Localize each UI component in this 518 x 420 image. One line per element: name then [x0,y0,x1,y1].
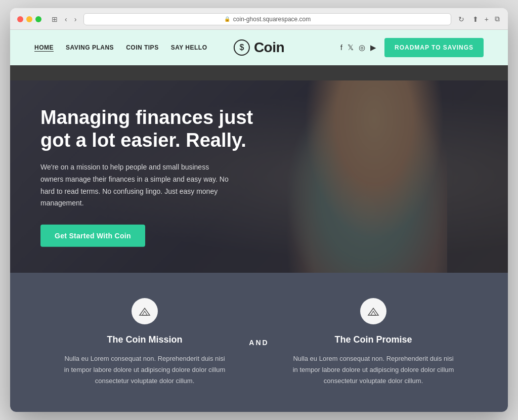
logo-icon-symbol: $ [239,43,244,52]
refresh-button[interactable]: ↻ [456,14,466,24]
header-right: f 𝕏 ◎ ▶ ROADMAP TO SAVINGS [340,38,484,57]
promise-title: The Coin Promise [292,334,454,345]
back-button[interactable]: ‹ [63,14,69,24]
mountain-icon-2 [366,304,380,318]
site-content: HOME SAVING PLANS COIN TIPS SAY HELLO $ … [10,30,508,412]
minimize-button[interactable] [26,16,32,22]
forward-button[interactable]: › [72,14,79,24]
facebook-icon[interactable]: f [340,43,342,52]
promise-icon-wrapper [360,298,386,324]
nav-say-hello[interactable]: SAY HELLO [171,44,207,51]
logo-icon: $ [234,39,250,56]
hero-title: Managing finances just got a lot easier.… [40,106,283,152]
hero-section: Managing finances just got a lot easier.… [10,80,508,273]
social-icons: f 𝕏 ◎ ▶ [340,43,376,52]
and-divider: AND [249,339,269,347]
mission-title: The Coin Mission [64,334,226,345]
new-tab-button[interactable]: + [484,14,490,24]
duplicate-tab-button[interactable]: ⧉ [494,14,501,24]
maximize-button[interactable] [35,16,41,22]
main-nav: HOME SAVING PLANS COIN TIPS SAY HELLO [34,44,207,51]
nav-saving-plans[interactable]: SAVING PLANS [66,44,114,51]
logo-text: Coin [254,39,284,56]
mountain-icon [138,304,152,318]
nav-coin-tips[interactable]: COIN TIPS [126,44,159,51]
browser-controls: ⊞ ‹ › [50,14,78,24]
mission-text: Nulla eu Lorem consequat non. Reprehende… [64,353,226,387]
site-header: HOME SAVING PLANS COIN TIPS SAY HELLO $ … [10,30,508,65]
address-bar[interactable]: 🔒 coin-ghost.squarespace.com [83,13,451,25]
youtube-icon[interactable]: ▶ [370,43,376,52]
hero-content: Managing finances just got a lot easier.… [40,106,283,247]
sidebar-toggle-button[interactable]: ⊞ [50,14,60,24]
promise-text: Nulla eu Lorem consequat non. Reprehende… [292,353,454,387]
promise-card: The Coin Promise Nulla eu Lorem consequa… [292,298,454,387]
logo: $ Coin [234,39,284,56]
share-button[interactable]: ⬆ [471,14,480,24]
roadmap-button[interactable]: ROADMAP TO SAVINGS [384,38,484,57]
twitter-icon[interactable]: 𝕏 [348,43,354,52]
mission-card: The Coin Mission Nulla eu Lorem consequa… [64,298,226,387]
mission-icon-wrapper [132,298,158,324]
browser-window: ⊞ ‹ › 🔒 coin-ghost.squarespace.com ↻ ⬆ +… [10,8,508,412]
header-curve [10,65,508,80]
browser-chrome: ⊞ ‹ › 🔒 coin-ghost.squarespace.com ↻ ⬆ +… [10,8,508,30]
url-text: coin-ghost.squarespace.com [233,16,311,23]
close-button[interactable] [17,16,23,22]
browser-actions: ⬆ + ⧉ [471,14,501,24]
hero-cta-button[interactable]: Get Started With Coin [40,225,145,247]
nav-home[interactable]: HOME [34,44,54,51]
instagram-icon[interactable]: ◎ [359,43,365,52]
traffic-lights [17,16,41,22]
cards-section: The Coin Mission Nulla eu Lorem consequa… [10,273,508,412]
hero-description: We're on a mission to help people and sm… [40,161,233,209]
lock-icon: 🔒 [224,16,230,22]
